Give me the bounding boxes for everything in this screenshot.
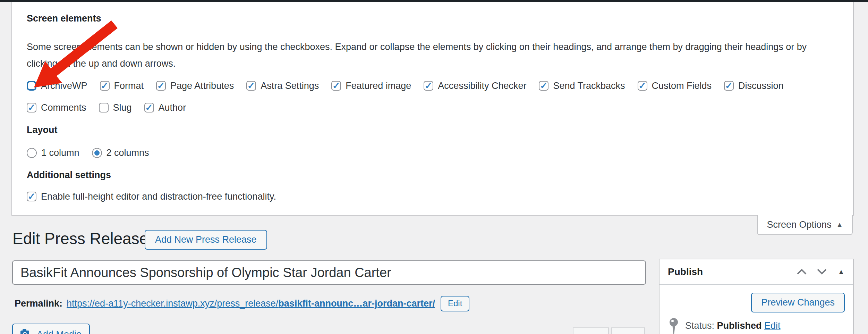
checkbox-option-page-attributes[interactable]: ✓Page Attributes [156,81,234,91]
checkbox-option-featured-image[interactable]: ✓Featured image [331,81,411,91]
checked-checkbox-icon[interactable]: ✓ [144,103,154,112]
publish-panel-header[interactable]: Publish ▲ [659,259,853,285]
radio-option-1-column[interactable]: 1 column [27,148,79,158]
screen-elements-description: Some screen elements can be shown or hid… [27,39,832,72]
checkbox-option-format[interactable]: ✓Format [100,81,144,91]
add-media-label: Add Media [37,329,82,334]
status-text: Status: Published Edit [685,318,781,331]
layout-radio-row: 1 column2 columns [27,147,149,159]
checkbox-label: ArchiveWP [41,81,87,91]
checkbox-option-author[interactable]: ✓Author [144,102,186,113]
checked-checkbox-icon[interactable]: ✓ [100,81,110,91]
post-title-input[interactable] [12,260,646,285]
checkbox-label: Send Trackbacks [553,81,625,91]
checkbox-label: Page Attributes [170,81,234,91]
preview-changes-button[interactable]: Preview Changes [751,293,845,312]
checkbox-label: Format [114,81,144,91]
permalink-label: Permalink: [15,298,62,309]
toggle-panel-icon[interactable]: ▲ [837,268,845,276]
checkbox-option-comments[interactable]: ✓Comments [27,102,86,113]
move-down-icon[interactable] [817,268,827,275]
radio-label: 2 columns [107,148,149,158]
add-new-press-release-button[interactable]: Add New Press Release [145,230,267,250]
additional-settings-heading: Additional settings [27,169,111,181]
checkbox-option-accessibility-checker[interactable]: ✓Accessibility Checker [424,81,526,91]
checkbox-label: Featured image [346,81,411,91]
screen-elements-checkbox-row-1: ArchiveWP✓Format✓Page Attributes✓Astra S… [27,80,784,92]
wp-admin-edit-press-release-screen: Screen elements Some screen elements can… [0,0,868,334]
screen-elements-checkbox-row-2: ✓CommentsSlug✓Author [27,102,186,114]
checked-checkbox-icon[interactable]: ✓ [638,81,647,91]
page-title: Edit Press Release [12,229,148,248]
checkbox-label: Author [159,102,186,113]
checkbox-option-discussion[interactable]: ✓Discussion [724,81,784,91]
checked-checkbox-icon[interactable]: ✓ [724,81,734,91]
checked-checkbox-icon[interactable]: ✓ [331,81,341,91]
permalink-edit-button[interactable]: Edit [441,296,469,311]
editor-tab-text[interactable]: Text [611,327,645,334]
checked-checkbox-icon[interactable]: ✓ [156,81,166,91]
screen-elements-heading: Screen elements [27,12,101,24]
checkbox-option-custom-fields[interactable]: ✓Custom Fields [638,81,712,91]
publish-panel-title: Publish [668,266,703,277]
status-edit-link[interactable]: Edit [764,320,781,331]
radio-label: 1 column [41,148,79,158]
checkbox-label: Slug [113,102,132,113]
radio-option-2-columns[interactable]: 2 columns [92,148,149,158]
additional-settings-checkbox-row: ✓Enable full-height editor and distracti… [27,191,276,202]
move-up-icon[interactable] [797,268,807,275]
unselected-radio-icon[interactable] [27,148,37,158]
publish-panel: Publish ▲ Preview Changes Status: Publis… [659,259,854,334]
checkbox-option-astra-settings[interactable]: ✓Astra Settings [246,81,319,91]
permalink-row: Permalink: https://ed-a11y-checker.insta… [15,296,469,311]
screen-options-toggle-label: Screen Options [767,219,832,230]
screen-options-toggle-button[interactable]: Screen Options ▲ [757,215,853,235]
editor-tab-visual[interactable]: Visual [573,327,609,334]
selected-radio-icon[interactable] [92,148,102,158]
screen-options-panel: Screen elements Some screen elements can… [11,2,854,216]
checkbox-label: Enable full-height editor and distractio… [41,191,276,202]
collapse-up-arrow-icon: ▲ [836,221,843,228]
checkbox-label: Comments [41,102,86,113]
permalink-url-link[interactable]: https://ed-a11y-checker.instawp.xyz/pres… [67,298,435,309]
checked-checkbox-icon[interactable]: ✓ [539,81,548,91]
checkbox-label: Astra Settings [261,81,319,91]
status-label: Status: [685,320,714,331]
checked-checkbox-icon[interactable]: ✓ [246,81,256,91]
pin-status-icon [669,318,678,334]
checkbox-option-enable-full-height-editor-and-distraction-free-functionality[interactable]: ✓Enable full-height editor and distracti… [27,191,276,202]
permalink-slug: basikfit-announc…ar-jordan-carter/ [278,298,435,309]
checkbox-label: Accessibility Checker [438,81,526,91]
checkbox-option-slug[interactable]: Slug [99,102,132,113]
layout-heading: Layout [27,124,58,136]
permalink-base: https://ed-a11y-checker.instawp.xyz/pres… [67,298,278,309]
checkbox-option-archivewp[interactable]: ArchiveWP [27,81,87,91]
checked-checkbox-icon[interactable]: ✓ [424,81,433,91]
checkbox-option-send-trackbacks[interactable]: ✓Send Trackbacks [539,81,625,91]
status-value: Published [717,320,762,331]
checkbox-label: Discussion [738,81,784,91]
unchecked-checkbox-icon[interactable] [99,103,109,112]
add-media-button[interactable]: Add Media [12,324,90,334]
unchecked-checkbox-icon[interactable] [27,81,36,91]
media-camera-icon [20,329,32,334]
checked-checkbox-icon[interactable]: ✓ [27,103,36,112]
checked-checkbox-icon[interactable]: ✓ [27,192,36,201]
status-row: Status: Published Edit [669,318,781,334]
checkbox-label: Custom Fields [652,81,712,91]
